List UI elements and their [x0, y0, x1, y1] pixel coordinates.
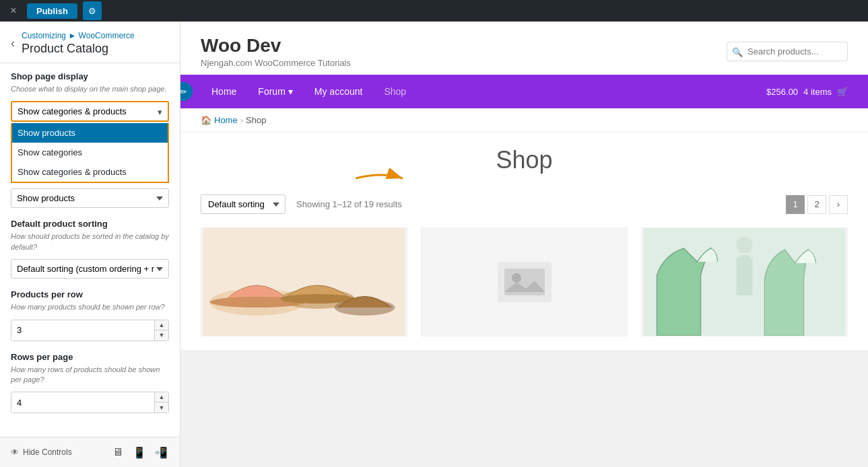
search-icon: 🔍 [732, 46, 743, 57]
shop-content: Shop Default sorting Showing 1–12 of 19 … [180, 133, 868, 350]
nav-cart[interactable]: $256.00 4 items 🛒 [766, 87, 848, 97]
nav-home[interactable]: Home [201, 75, 247, 108]
default-sorting-select[interactable]: Default sorting (custom ordering + r [11, 259, 169, 279]
view-icons-group: 🖥 📱 📲 [110, 444, 169, 460]
content-area: Woo Dev Njengah.com WooCommerce Tutorial… [180, 22, 868, 350]
search-input[interactable] [727, 42, 848, 61]
default-sorting-title: Default product sorting [11, 219, 169, 229]
dropdown-option-show-products[interactable]: Show products [12, 123, 168, 143]
dropdown-options-list: Show products Show categories Show categ… [11, 123, 169, 183]
sidebar: ‹ Customizing ► WooCommerce Product Cata… [0, 22, 180, 467]
main-layout: ‹ Customizing ► WooCommerce Product Cata… [0, 22, 868, 467]
edit-pencil-icon[interactable]: ✏ [180, 82, 193, 101]
product-image-3 [642, 228, 847, 336]
product-grid [201, 227, 848, 336]
preview-breadcrumb: 🏠 Home › Shop [180, 108, 868, 133]
products-per-row-desc: How many products should be shown per ro… [11, 302, 169, 312]
rows-per-page-desc: How many rows of products should be show… [11, 365, 169, 386]
page-title: Product Catalog [22, 42, 135, 56]
svg-point-9 [512, 273, 521, 283]
admin-bar: × Publish ⚙ [0, 0, 868, 22]
shop-title: Shop [201, 146, 848, 174]
rows-per-page-input[interactable] [11, 392, 154, 412]
desktop-view-icon[interactable]: 🖥 [110, 444, 126, 460]
settings-button[interactable]: ⚙ [83, 1, 102, 20]
default-sorting-desc: How should products be sorted in the cat… [11, 231, 169, 252]
dropdown-option-show-categories[interactable]: Show categories [12, 143, 168, 162]
home-icon: 🏠 [201, 115, 211, 125]
product-card-3[interactable] [641, 227, 848, 336]
sidebar-back-button[interactable]: ‹ [11, 36, 15, 50]
shop-display-dropdown[interactable]: Show categories & products ▾ [11, 101, 169, 122]
publish-button[interactable]: Publish [27, 3, 77, 19]
site-tagline: Njengah.com WooCommerce Tutorials [201, 58, 351, 68]
page-next-button[interactable]: › [829, 195, 848, 214]
dropdown-option-show-categories-products[interactable]: Show categories & products [12, 162, 168, 182]
nav-myaccount[interactable]: My account [304, 75, 374, 108]
cart-amount: $256.00 [766, 87, 798, 97]
second-display-select[interactable]: Show products [11, 188, 169, 208]
product-image-1 [201, 228, 407, 336]
product-card-1[interactable] [201, 227, 407, 336]
products-per-row-decrement[interactable]: ▼ [155, 330, 168, 340]
search-box: 🔍 [727, 42, 848, 61]
nav-links: Home Forum ▾ My account Shop [201, 75, 766, 108]
preview-wrapper: Woo Dev Njengah.com WooCommerce Tutorial… [180, 22, 868, 467]
breadcrumb: Customizing ► WooCommerce [22, 31, 135, 40]
breadcrumb-home[interactable]: Home [214, 115, 238, 125]
rows-per-page-increment[interactable]: ▲ [155, 392, 168, 402]
tablet-view-icon[interactable]: 📱 [131, 444, 147, 460]
second-select-wrapper: Show products [11, 188, 169, 219]
settings-icon: ⚙ [88, 6, 96, 16]
products-per-row-increment[interactable]: ▲ [155, 320, 168, 330]
sorting-select-wrapper-preview: Default sorting [201, 194, 286, 214]
shop-display-section-title: Shop page display [11, 71, 169, 81]
breadcrumb-shop: Shop [246, 115, 266, 125]
chevron-down-icon: ▾ [288, 86, 293, 97]
site-title: Woo Dev [201, 35, 351, 57]
product-card-2[interactable] [421, 227, 628, 336]
rows-per-page-decrement[interactable]: ▼ [155, 402, 168, 412]
sidebar-header: ‹ Customizing ► WooCommerce Product Cata… [0, 22, 180, 63]
shop-display-desc: Choose what to display on the main shop … [11, 84, 169, 94]
results-count: Showing 1–12 of 19 results [296, 199, 402, 209]
page-2-button[interactable]: 2 [807, 195, 826, 214]
rows-per-page-title: Rows per page [11, 352, 169, 362]
nav-shop[interactable]: Shop [373, 75, 417, 108]
svg-rect-1 [203, 228, 405, 336]
products-per-row-input[interactable] [11, 320, 154, 340]
close-button[interactable]: × [5, 3, 22, 19]
sorting-select-preview[interactable]: Default sorting [201, 194, 286, 214]
eye-icon: 👁 [11, 447, 19, 457]
products-per-row-title: Products per row [11, 289, 169, 299]
page-1-button[interactable]: 1 [786, 195, 805, 214]
pagination: 1 2 › [786, 195, 848, 214]
site-header: Woo Dev Njengah.com WooCommerce Tutorial… [180, 22, 868, 75]
hide-controls-button[interactable]: 👁 Hide Controls [11, 447, 72, 457]
sidebar-bottom: 👁 Hide Controls 🖥 📱 📲 [0, 437, 180, 467]
sidebar-body: Shop page display Choose what to display… [0, 63, 180, 437]
shop-display-select[interactable]: Show categories & products [12, 102, 168, 120]
mobile-view-icon[interactable]: 📲 [153, 444, 169, 460]
product-image-2 [422, 228, 627, 336]
cart-icon: 🛒 [837, 87, 848, 97]
rows-per-page-input-wrapper: ▲ ▼ [11, 392, 169, 413]
sorting-select-wrapper: Default sorting (custom ordering + r [11, 259, 169, 279]
nav-forum[interactable]: Forum ▾ [247, 75, 303, 108]
nav-bar: ✏ Home Forum ▾ My account Shop $256.00 4… [180, 75, 868, 108]
cart-items: 4 items [803, 87, 832, 97]
products-per-row-input-wrapper: ▲ ▼ [11, 320, 169, 341]
products-per-row-spinners: ▲ ▼ [154, 320, 168, 340]
shop-toolbar: Default sorting Showing 1–12 of 19 resul… [201, 194, 848, 214]
svg-point-11 [737, 237, 753, 253]
rows-per-page-spinners: ▲ ▼ [154, 392, 168, 412]
